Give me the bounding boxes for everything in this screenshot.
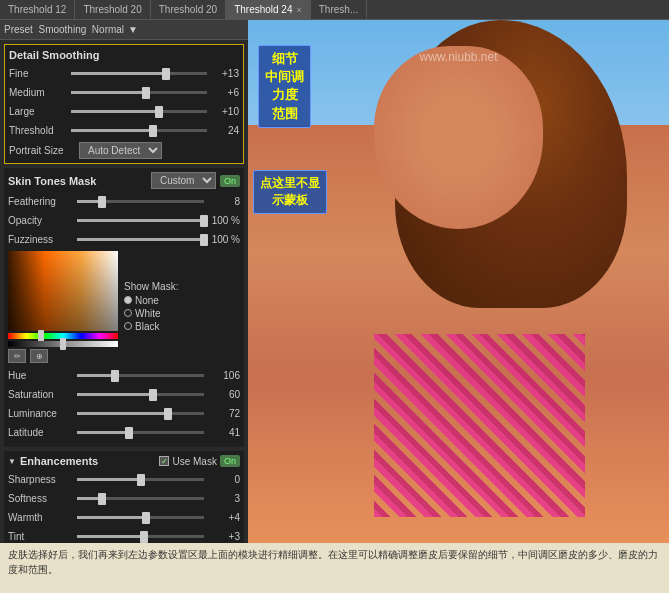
opacity-row: Opacity 100 % (8, 212, 240, 228)
sharpness-slider[interactable] (77, 478, 204, 481)
photo-container: www.niubb.net 细节 中间调 力度 范围 点这里不显 示蒙板 (248, 20, 669, 543)
large-slider[interactable] (71, 110, 207, 113)
face (374, 46, 542, 229)
tab-threshold-12[interactable]: Threshold 12 (0, 0, 75, 19)
saturation-slider[interactable] (77, 393, 204, 396)
mask-none-radio[interactable] (124, 296, 132, 304)
preset-label: Preset (4, 24, 33, 35)
threshold-value: 24 (211, 125, 239, 136)
mask-white-option[interactable]: White (124, 308, 178, 319)
warmth-label: Warmth (8, 512, 73, 523)
portrait-label: Portrait Size (9, 145, 79, 156)
show-mask-title: Show Mask: (124, 281, 178, 292)
dropdown-arrow-icon[interactable]: ▼ (128, 24, 138, 35)
luminance-value: 72 (208, 408, 240, 419)
fine-slider-row: Fine +13 (9, 65, 239, 81)
skin-header: Skin Tones Mask Custom On (8, 172, 240, 189)
feathering-slider[interactable] (77, 200, 204, 203)
saturation-row: Saturation 60 (8, 386, 240, 402)
bottom-text-area: 皮肤选择好后，我们再来到左边参数设置区最上面的模块进行精细调整。在这里可以精确调… (0, 543, 669, 593)
main-content: Preset Smoothing Normal ▼ Detail Smoothi… (0, 20, 669, 543)
fuzziness-label: Fuzziness (8, 234, 73, 245)
color-picker-area: ✏ ⊕ Show Mask: None White (8, 251, 240, 363)
luminance-slider[interactable] (77, 412, 204, 415)
medium-value: +6 (211, 87, 239, 98)
large-slider-row: Large +10 (9, 103, 239, 119)
detail-smoothing-title: Detail Smoothing (9, 49, 239, 61)
skin-title: Skin Tones Mask (8, 175, 151, 187)
enhancements-title: Enhancements (20, 455, 98, 467)
pipette-icon[interactable]: ⊕ (30, 349, 48, 363)
threshold-label: Threshold (9, 125, 67, 136)
collapse-icon[interactable]: ▼ (8, 457, 16, 466)
skin-tones-section: Skin Tones Mask Custom On Feathering 8 O… (4, 168, 244, 447)
fuzziness-row: Fuzziness 100 % (8, 231, 240, 247)
warmth-row: Warmth +4 (8, 509, 240, 525)
mask-black-label: Black (135, 321, 159, 332)
show-mask-area: Show Mask: None White Black (124, 251, 178, 363)
skin-preset-select[interactable]: Custom (151, 172, 216, 189)
luminance-label: Luminance (8, 408, 73, 419)
eyedropper-icon[interactable]: ✏ (8, 349, 26, 363)
bottom-description: 皮肤选择好后，我们再来到左边参数设置区最上面的模块进行精细调整。在这里可以精确调… (8, 549, 658, 575)
enhancements-section: ▼ Enhancements ✓ Use Mask On Sharpness 0 (4, 451, 244, 543)
skin-on-badge[interactable]: On (220, 175, 240, 187)
warmth-slider[interactable] (77, 516, 204, 519)
fine-slider[interactable] (71, 72, 207, 75)
tab-threshold-20-2[interactable]: Threshold 20 (151, 0, 226, 19)
tab-bar: Threshold 12 Threshold 20 Threshold 20 T… (0, 0, 669, 20)
mask-black-option[interactable]: Black (124, 321, 178, 332)
fuzziness-slider[interactable] (77, 238, 204, 241)
enhancements-header: ▼ Enhancements ✓ Use Mask On (8, 455, 240, 467)
saturation-label: Saturation (8, 389, 73, 400)
hue-label: Hue (8, 370, 73, 381)
callout-detail: 细节 中间调 力度 范围 (258, 45, 311, 128)
softness-label: Softness (8, 493, 73, 504)
mode-label: Normal (92, 24, 124, 35)
mask-white-radio[interactable] (124, 309, 132, 317)
tint-row: Tint +3 (8, 528, 240, 543)
preset-bar: Preset Smoothing Normal ▼ (0, 20, 248, 40)
bikini (374, 334, 585, 517)
latitude-slider[interactable] (77, 431, 204, 434)
opacity-value: 100 % (208, 215, 240, 226)
fine-label: Fine (9, 68, 67, 79)
portrait-select[interactable]: Auto Detect (79, 142, 162, 159)
luminance-row: Luminance 72 (8, 405, 240, 421)
hue-row: Hue 106 (8, 367, 240, 383)
left-panel: Preset Smoothing Normal ▼ Detail Smoothi… (0, 20, 248, 543)
saturation-strip[interactable] (8, 341, 118, 347)
warmth-value: +4 (208, 512, 240, 523)
medium-slider[interactable] (71, 91, 207, 94)
fuzziness-value: 100 % (208, 234, 240, 245)
medium-slider-row: Medium +6 (9, 84, 239, 100)
threshold-slider[interactable] (71, 129, 207, 132)
large-value: +10 (211, 106, 239, 117)
tab-thresh-more[interactable]: Thresh... (311, 0, 367, 19)
picker-icons: ✏ ⊕ (8, 349, 120, 363)
mask-white-label: White (135, 308, 161, 319)
use-mask-checkbox[interactable]: ✓ (159, 456, 169, 466)
tint-slider[interactable] (77, 535, 204, 538)
watermark: www.niubb.net (419, 50, 497, 64)
latitude-label: Latitude (8, 427, 73, 438)
color-gradient[interactable] (8, 251, 118, 331)
latitude-value: 41 (208, 427, 240, 438)
opacity-slider[interactable] (77, 219, 204, 222)
tab-threshold-20-1[interactable]: Threshold 20 (75, 0, 150, 19)
latitude-row: Latitude 41 (8, 424, 240, 440)
feathering-label: Feathering (8, 196, 73, 207)
color-picker-gradient[interactable]: ✏ ⊕ (8, 251, 120, 363)
enhancements-on-badge[interactable]: On (220, 455, 240, 467)
hue-slider[interactable] (77, 374, 204, 377)
close-tab-icon[interactable]: × (297, 5, 302, 15)
mask-none-label: None (135, 295, 159, 306)
softness-slider[interactable] (77, 497, 204, 500)
hue-value: 106 (208, 370, 240, 381)
softness-row: Softness 3 (8, 490, 240, 506)
callout-mask[interactable]: 点这里不显 示蒙板 (253, 170, 327, 214)
mask-black-radio[interactable] (124, 322, 132, 330)
tab-threshold-24[interactable]: Threshold 24 × (226, 0, 311, 19)
sharpness-value: 0 (208, 474, 240, 485)
mask-none-option[interactable]: None (124, 295, 178, 306)
